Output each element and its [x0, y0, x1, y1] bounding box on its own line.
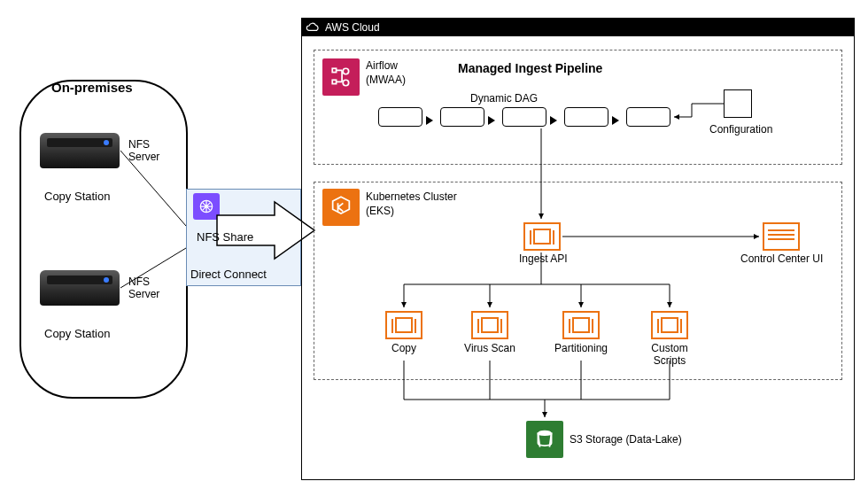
- ingest-api-label: Ingest API: [519, 252, 568, 265]
- dag-node: [502, 107, 546, 127]
- airflow-icon: [322, 58, 360, 96]
- copy-station-label-1: Copy Station: [44, 190, 110, 203]
- partitioning-service: Partitioning: [546, 311, 616, 354]
- nfs-server-1: NFS Server: [40, 133, 142, 179]
- aws-cloud-frame: AWS Cloud Airflow (MWAA) Managed Ingest …: [301, 18, 855, 480]
- ingest-api-icon: [523, 222, 561, 251]
- control-center-icon: [763, 222, 800, 251]
- copy-station-label-2: Copy Station: [44, 327, 110, 340]
- airflow-label: Airflow (MWAA): [366, 59, 406, 87]
- nfs-share-label: NFS Share: [197, 230, 253, 244]
- onpremises-frame: [19, 80, 188, 399]
- pipeline-title: Managed Ingest Pipeline: [458, 61, 602, 75]
- server-icon: [40, 133, 120, 168]
- service-icon: [385, 311, 422, 339]
- svg-rect-2: [332, 80, 336, 83]
- aws-cloud-header: AWS Cloud: [302, 19, 854, 36]
- server-icon: [40, 270, 120, 306]
- dag-row: [378, 107, 670, 127]
- svg-point-4: [343, 80, 349, 86]
- direct-connect-label: Direct Connect: [190, 268, 267, 281]
- virus-scan-service: Virus Scan: [457, 311, 523, 354]
- service-icon: [651, 311, 688, 339]
- custom-scripts-service: Custom Scripts: [643, 311, 696, 367]
- control-center-label: Control Center UI: [740, 252, 823, 265]
- configuration-box: [724, 89, 752, 118]
- dynamic-dag-label: Dynamic DAG: [470, 92, 538, 105]
- s3-label: S3 Storage (Data-Lake): [570, 433, 682, 446]
- dag-node: [440, 107, 484, 127]
- service-icon: [471, 311, 508, 339]
- eks-label: Kubernetes Cluster (EKS): [366, 190, 457, 218]
- nfs-server-label: NFS Server: [128, 276, 159, 301]
- cloud-icon: [306, 21, 320, 34]
- service-icon: [562, 311, 600, 339]
- copy-service: Copy: [377, 311, 430, 354]
- dag-node: [626, 107, 670, 127]
- nfs-server-2: NFS Server: [40, 270, 142, 316]
- eks-icon: [322, 189, 360, 226]
- configuration-label: Configuration: [709, 123, 772, 136]
- svg-point-3: [343, 68, 349, 74]
- aws-cloud-title: AWS Cloud: [325, 21, 380, 34]
- dag-node: [564, 107, 608, 127]
- s3-icon: [526, 421, 563, 458]
- dag-node: [378, 107, 422, 127]
- nfs-server-label: NFS Server: [128, 138, 159, 164]
- svg-rect-1: [332, 68, 336, 72]
